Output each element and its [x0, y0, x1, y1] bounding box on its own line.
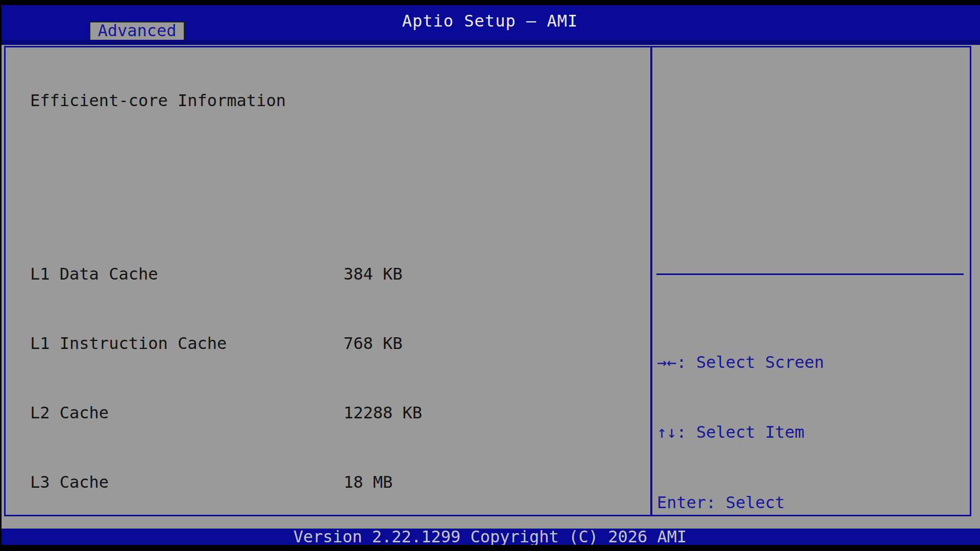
cache-label: L3 Cache	[30, 473, 344, 491]
cache-info-row: L3 Cache 18 MB	[30, 473, 422, 491]
bios-setup-screen: Aptio Setup – AMI Advanced Efficient-cor…	[0, 0, 980, 551]
title-bar-bottom-edge	[0, 40, 980, 45]
cache-value: 384 KB	[344, 265, 403, 283]
tab-advanced[interactable]: Advanced	[89, 21, 185, 40]
version-text: Version 2.22.1299 Copyright (C) 2026 AMI	[0, 529, 980, 545]
version-bar: Version 2.22.1299 Copyright (C) 2026 AMI	[0, 529, 980, 545]
panel-divider	[650, 46, 652, 516]
screen-edge-left	[0, 0, 2, 551]
help-hint: ↑↓: Select Item	[657, 423, 873, 441]
cache-value: 12288 KB	[344, 404, 422, 421]
cache-info-row: L1 Data Cache 384 KB	[30, 265, 422, 283]
cache-label: L1 Instruction Cache	[30, 335, 344, 352]
cache-info-list: L1 Data Cache 384 KB L1 Instruction Cach…	[30, 196, 422, 525]
screen-edge-bottom	[0, 545, 980, 551]
help-hint: →←: Select Screen	[657, 354, 873, 371]
help-key-hints: →←: Select Screen ↑↓: Select Item Enter:…	[657, 284, 873, 551]
cache-label: L1 Data Cache	[30, 265, 344, 283]
screen-edge-top	[0, 0, 980, 5]
cache-value: 18 MB	[344, 473, 393, 491]
cache-info-row: L1 Instruction Cache 768 KB	[30, 335, 422, 352]
cache-info-row: L2 Cache 12288 KB	[30, 404, 422, 421]
cache-info-section: Efficient-core Information L1 Data Cache…	[30, 57, 422, 551]
blank-line	[30, 144, 422, 161]
section-title: Efficient-core Information	[30, 92, 422, 109]
cache-value: 768 KB	[344, 335, 403, 352]
cache-label: L2 Cache	[30, 404, 344, 421]
help-separator	[656, 273, 964, 275]
help-hint: Enter: Select	[657, 494, 873, 511]
